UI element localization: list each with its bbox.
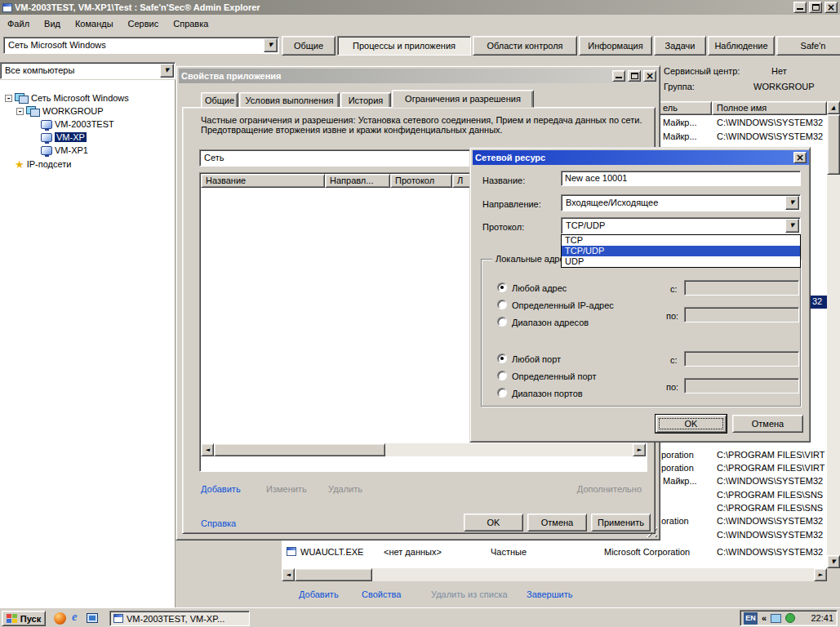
menu-service[interactable]: Сервис: [121, 16, 167, 33]
rule-add-link[interactable]: Добавить: [201, 484, 241, 494]
list-cell-vendor[interactable]: Майкр...: [663, 476, 713, 486]
cancel-button[interactable]: Отмена: [732, 415, 803, 433]
radio-label[interactable]: Определенный порт: [512, 371, 596, 381]
list-cell-path[interactable]: C:\PROGRAM FILES\SNS: [717, 503, 826, 513]
radio-port-range[interactable]: [497, 388, 507, 398]
scope-combobox-arrow[interactable]: [264, 38, 278, 52]
tree-item-vm-2003test[interactable]: VM-2003TEST: [41, 118, 114, 131]
remove-from-list-link[interactable]: Удалить из списка: [431, 589, 508, 599]
scroll-right-button[interactable]: [633, 443, 646, 456]
list-cell-path[interactable]: C:\WINDOWS\SYSTEM32: [717, 118, 826, 127]
collapse-icon[interactable]: [16, 108, 24, 115]
list-cell-path[interactable]: C:\PROGRAM FILES\VIRT: [717, 463, 826, 473]
column-header-protocol[interactable]: Протокол: [390, 174, 452, 188]
show-desktop-icon[interactable]: [87, 613, 98, 623]
radio-specific-port[interactable]: [497, 371, 507, 380]
list-cell-path[interactable]: C:\WINDOWS\SYSTEM32: [717, 530, 826, 540]
list-cell-path[interactable]: C:\WINDOWS\SYSTEM32: [717, 131, 826, 141]
start-button[interactable]: Пуск: [2, 611, 46, 626]
radio-label[interactable]: Диапазон адресов: [512, 318, 589, 327]
list-cell-path[interactable]: C:\WINDOWS\SYSTEM32: [717, 516, 826, 526]
direction-combobox-arrow[interactable]: [785, 196, 799, 210]
tree-item-vm-xp1[interactable]: VM-XP1: [41, 144, 88, 157]
security-tray-icon[interactable]: [785, 613, 795, 623]
dialog-tab-restrictions[interactable]: Ограничения и разрешения: [392, 90, 534, 108]
list-cell-path[interactable]: C:\WINDOWS\SYSTEM32: [717, 476, 826, 486]
vertical-scroll-thumb[interactable]: [827, 114, 840, 175]
radio-label[interactable]: Диапазон портов: [512, 389, 583, 398]
dropdown-option-udp[interactable]: UDP: [562, 256, 800, 267]
scroll-left-button[interactable]: [282, 568, 295, 581]
display-tray-icon[interactable]: [771, 614, 781, 623]
column-header-fullname[interactable]: Полное имя: [712, 101, 827, 115]
menu-commands[interactable]: Команды: [68, 16, 121, 33]
media-player-icon[interactable]: [54, 612, 66, 625]
radio-label[interactable]: Любой адрес: [512, 283, 567, 293]
radio-any-address[interactable]: [497, 282, 507, 292]
tab-monitoring[interactable]: Наблюдение: [708, 36, 775, 56]
dialog-close-button[interactable]: [643, 70, 656, 82]
rule-advanced-link[interactable]: Дополнительно: [536, 484, 642, 494]
scroll-left-button[interactable]: [201, 443, 214, 456]
radio-specific-ip[interactable]: [497, 300, 507, 309]
properties-dialog-titlebar[interactable]: Свойства приложения: [179, 69, 659, 83]
properties-link[interactable]: Свойства: [362, 589, 401, 599]
ok-button[interactable]: OK: [656, 415, 727, 433]
taskbar-task-button[interactable]: VM-2003TEST, VM-XP...: [109, 611, 250, 626]
menu-file[interactable]: Файл: [0, 16, 37, 33]
scroll-right-button[interactable]: [814, 568, 827, 581]
tab-processes-applications[interactable]: Процессы и приложения: [337, 36, 471, 56]
computers-combobox[interactable]: Все компьютеры: [0, 62, 176, 79]
port-from-field[interactable]: [684, 351, 799, 367]
dropdown-option-tcpudp-selected[interactable]: TCP/UDP: [562, 246, 800, 256]
radio-label[interactable]: Определенный IP-адрес: [512, 300, 614, 310]
port-to-field[interactable]: [684, 378, 799, 394]
radio-any-port[interactable]: [497, 354, 507, 363]
list-cell-vendor[interactable]: Майкр...: [663, 118, 713, 127]
tab-control-areas[interactable]: Области контроля: [473, 36, 577, 56]
protocol-combobox-arrow[interactable]: [785, 219, 799, 233]
main-window-titlebar[interactable]: VM-2003TEST, VM-XP1\Test : Safe'n'Sec® A…: [0, 0, 840, 15]
rules-list-hscrollbar[interactable]: [201, 443, 646, 456]
list-cell-path[interactable]: C:\PROGRAM FILES\SNS: [717, 490, 826, 500]
cancel-button[interactable]: Отмена: [527, 514, 587, 531]
dialog-minimize-button[interactable]: [612, 70, 625, 82]
radio-label[interactable]: Любой порт: [512, 354, 561, 364]
restore-button[interactable]: [809, 2, 822, 13]
list-cell-vendor[interactable]: poration: [661, 450, 713, 460]
list-cell-path[interactable]: C:\PROGRAM FILES\VIRT: [717, 450, 826, 460]
scroll-down-button[interactable]: [827, 555, 840, 568]
scope-combobox[interactable]: Сеть Microsoft Windows: [3, 37, 279, 54]
radio-address-range[interactable]: [497, 317, 507, 327]
tree-item-ip-subnets[interactable]: IP-подсети: [15, 158, 71, 171]
tree-item-workgroup[interactable]: WORKGROUP: [16, 104, 104, 118]
tree-item-vm-xp[interactable]: VM-XP: [41, 131, 87, 144]
column-header-name[interactable]: Название: [201, 174, 325, 188]
dialog-close-button[interactable]: [793, 152, 807, 163]
list-cell-vendor[interactable]: poration: [661, 463, 713, 473]
address-from-field[interactable]: [684, 280, 799, 296]
close-button[interactable]: [824, 2, 838, 13]
list-cell-vendor[interactable]: Майкр...: [663, 131, 713, 141]
tab-tasks[interactable]: Задачи: [654, 36, 706, 56]
dialog-tab-history[interactable]: История: [340, 92, 391, 108]
add-link[interactable]: Добавить: [299, 589, 339, 599]
tab-information[interactable]: Информация: [579, 36, 652, 56]
process-row-wuauclt[interactable]: WUAUCLT.EXE <нет данных> Частные Microso…: [282, 545, 827, 559]
selected-row-fragment[interactable]: 32: [811, 296, 827, 309]
dialog-tab-conditions[interactable]: Условия выполнения: [239, 92, 340, 108]
internet-explorer-icon[interactable]: [72, 610, 78, 624]
tree-item-network[interactable]: Сеть Microsoft Windows: [5, 91, 129, 104]
scroll-up-button[interactable]: [827, 101, 840, 114]
terminate-link[interactable]: Завершить: [527, 589, 572, 599]
column-header-vendor[interactable]: ель: [658, 101, 712, 115]
direction-combobox[interactable]: Входящее/Исходящее: [561, 194, 801, 211]
column-header-direction[interactable]: Направл...: [325, 174, 390, 188]
tray-chevron[interactable]: «: [762, 613, 767, 623]
ok-button[interactable]: OK: [464, 514, 523, 531]
menu-view[interactable]: Вид: [37, 16, 68, 33]
network-dialog-titlebar[interactable]: Сетевой ресурс: [473, 150, 809, 165]
protocol-combobox[interactable]: TCP/UDP: [561, 217, 801, 234]
address-to-field[interactable]: [684, 307, 799, 322]
rule-delete-link[interactable]: Удалить: [328, 484, 362, 494]
